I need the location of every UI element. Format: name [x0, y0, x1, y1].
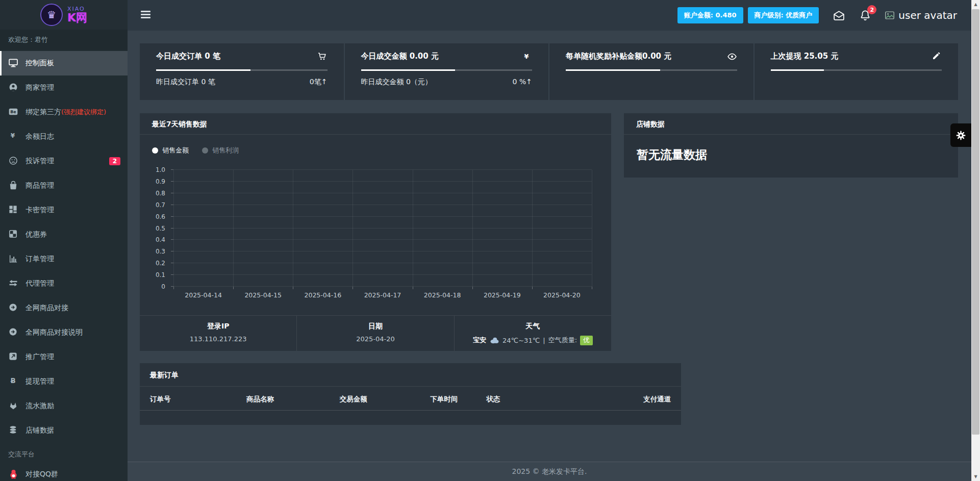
sidebar-item[interactable]: 商品管理 › — [0, 173, 128, 198]
x-tick-label: 2025-04-17 — [353, 291, 412, 299]
y-tick-label: 0 — [161, 283, 165, 290]
legend-item[interactable]: 销售金额 — [152, 146, 189, 155]
chart-x-axis: 2025-04-142025-04-152025-04-162025-04-17… — [173, 291, 592, 299]
sidebar-item[interactable]: 全网商品对接说明 — [0, 320, 128, 345]
settings-gear-button[interactable] — [950, 123, 971, 147]
x-tick-label: 2025-04-18 — [413, 291, 472, 299]
sidebar-item[interactable]: 推广管理 › — [0, 345, 128, 369]
cloud-icon — [489, 335, 499, 345]
broken-image-icon — [884, 10, 895, 21]
y-tick-label: 0.7 — [156, 201, 165, 209]
svg-text:¥: ¥ — [11, 132, 15, 139]
sidebar-item[interactable]: ¥ 余额日志 — [0, 124, 128, 149]
scrollbar: ▲ ▼ — [971, 0, 980, 481]
gear-icon — [956, 130, 966, 141]
sales-chart-card: 最近7天销售数据 销售金额销售利润 00.10.20.30.40.50.60.7… — [140, 113, 611, 351]
logo-image: ♛ — [40, 4, 63, 26]
stat-card: 每单随机奖励补贴金额0.00 元 — [549, 43, 753, 100]
progress-bar — [566, 69, 737, 71]
svg-text:Be: Be — [10, 110, 16, 114]
weather-city: 宝安 — [473, 336, 486, 345]
account-balance-badge[interactable]: 账户金额: 0.480 — [677, 7, 743, 23]
info-row: 登录IP 113.110.217.223 日期 2025-04-20 天气 宝安… — [140, 315, 611, 351]
merchant-level-badge[interactable]: 商户级别: 优质商户 — [748, 7, 819, 23]
sidebar-item[interactable]: 投诉管理 2 — [0, 149, 128, 173]
sidebar-item[interactable]: 代理管理 › — [0, 271, 128, 296]
chart-plot-area — [173, 170, 592, 287]
notification-badge: 2 — [867, 5, 876, 14]
date-block: 日期 2025-04-20 — [296, 316, 454, 351]
legend-item[interactable]: 销售利润 — [202, 146, 239, 155]
menu-toggle-button[interactable] — [141, 11, 150, 20]
legend-label: 销售金额 — [162, 146, 189, 155]
sidebar-section-label: 交流平台 — [0, 443, 128, 462]
copyright-text: 2025 © 老米发卡平台. — [512, 467, 587, 476]
sidebar-item[interactable]: 店铺数据 › — [0, 418, 128, 443]
stat-card: 今日成交金额 0.00 元 ¥ 昨日成交金额 0（元） 0 %↑ — [345, 43, 549, 100]
scroll-down-arrow[interactable]: ▼ — [971, 472, 980, 481]
app-logo[interactable]: ♛ XIAO K网 — [0, 0, 128, 30]
login-ip-value: 113.110.217.223 — [140, 335, 296, 343]
no-traffic-text: 暂无流量数据 — [624, 135, 958, 175]
orders-title: 最新订单 — [140, 363, 681, 387]
user-avatar[interactable]: user avatar — [884, 9, 957, 21]
chart-legend: 销售金额销售利润 — [152, 146, 239, 155]
sidebar-item[interactable]: 流水激励 › — [0, 394, 128, 418]
x-tick-label: 2025-04-15 — [233, 291, 293, 299]
sidebar-item[interactable]: Be 绑定第三方 (强烈建议绑定) — [0, 100, 128, 124]
scrollbar-thumb[interactable] — [972, 9, 979, 435]
stat-card-icon — [932, 52, 942, 62]
mail-icon[interactable] — [833, 9, 845, 22]
stat-card: 今日成交订单 0 笔 昨日成交订单 0 笔 0笔↑ — [140, 43, 344, 100]
air-quality-label: 空气质量: — [548, 336, 577, 345]
air-quality-badge: 优 — [580, 336, 593, 345]
date-value: 2025-04-20 — [297, 335, 454, 343]
y-tick-label: 0.1 — [156, 271, 165, 279]
x-tick-label: 2025-04-20 — [532, 291, 592, 299]
orders-column-header: 交易金额 — [340, 395, 431, 404]
sidebar-item-qq-group[interactable]: 对接QQ群 — [0, 462, 128, 481]
orders-column-header: 商品名称 — [246, 395, 340, 404]
topbar: 账户金额: 0.480 商户级别: 优质商户 2 user avatar — [128, 0, 971, 31]
shop-panel-title: 店铺数据 — [624, 113, 958, 135]
legend-dot-icon — [202, 147, 208, 154]
sidebar-item[interactable]: 优惠券 › — [0, 222, 128, 247]
chart-title: 最近7天销售数据 — [140, 113, 611, 135]
shop-data-panel: 店铺数据 暂无流量数据 — [624, 113, 958, 178]
progress-bar — [771, 69, 942, 71]
bell-icon[interactable]: 2 — [859, 9, 871, 21]
y-tick-label: 0.6 — [156, 213, 165, 220]
sidebar-item[interactable]: Ƀ 提现管理 › — [0, 369, 128, 394]
orders-column-header: 状态 — [487, 395, 643, 404]
sidebar-item[interactable]: 商家管理 › — [0, 75, 128, 100]
stat-card: 上次提现 25.05 元 — [755, 43, 959, 100]
y-tick-label: 0.9 — [156, 178, 165, 185]
welcome-text: 欢迎您：君竹 — [0, 30, 128, 50]
scroll-up-arrow[interactable]: ▲ — [971, 0, 980, 9]
x-tick-label: 2025-04-16 — [293, 291, 353, 299]
logo-text: XIAO K网 — [67, 6, 87, 23]
y-tick-label: 0.5 — [156, 225, 165, 232]
stat-cards-row: 今日成交订单 0 笔 昨日成交订单 0 笔 0笔↑ 今日成交金额 0.00 元 … — [140, 43, 958, 100]
y-tick-label: 0.4 — [156, 236, 165, 243]
x-tick-label: 2025-04-14 — [173, 291, 233, 299]
y-tick-label: 0.2 — [156, 260, 165, 267]
sidebar-item[interactable]: 订单管理 › — [0, 247, 128, 271]
orders-table-header: 订单号商品名称交易金额下单时间状态支付通道 — [140, 387, 681, 411]
legend-label: 销售利润 — [212, 146, 239, 155]
y-tick-label: 1.0 — [156, 166, 165, 173]
svg-text:Ƀ: Ƀ — [10, 377, 15, 385]
sidebar-item[interactable]: 控制面板 — [0, 51, 128, 75]
stat-card-icon: ¥ — [522, 52, 532, 62]
progress-bar — [156, 69, 328, 71]
orders-column-header: 下单时间 — [430, 395, 486, 404]
qq-penguin-icon — [8, 469, 19, 480]
avatar-alt-text: user avatar — [898, 9, 957, 21]
legend-dot-icon — [152, 147, 158, 154]
sidebar-menu: 控制面板 商家管理 › Be 绑定第三方 (强烈建议绑定) — [0, 50, 128, 443]
page-footer: 2025 © 老米发卡平台. — [128, 462, 971, 481]
sidebar-item[interactable]: 全网商品对接 — [0, 296, 128, 320]
sidebar-item[interactable]: 卡密管理 › — [0, 198, 128, 222]
y-tick-label: 0.8 — [156, 190, 165, 197]
latest-orders-card: 最新订单 订单号商品名称交易金额下单时间状态支付通道 — [140, 363, 681, 425]
